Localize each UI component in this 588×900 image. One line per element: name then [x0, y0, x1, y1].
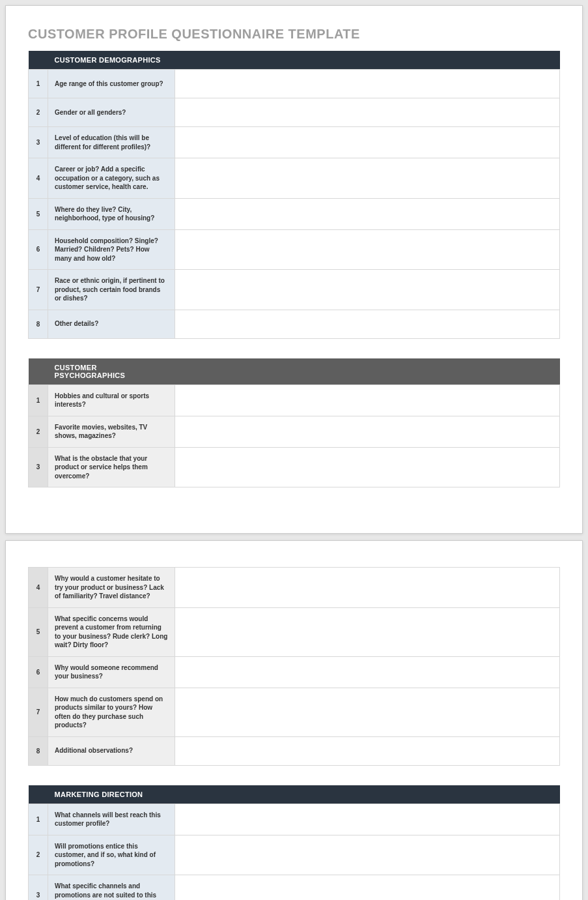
section-header-blank	[175, 785, 560, 804]
section-header-blank	[29, 51, 48, 70]
table-row: 1 Age range of this customer group?	[29, 70, 560, 98]
row-number: 7	[29, 688, 48, 736]
section-header-blank	[175, 51, 560, 70]
section-header: CUSTOMER PSYCHOGRAPHICS	[48, 358, 175, 385]
row-number: 3	[29, 447, 48, 487]
row-number: 3	[29, 127, 48, 158]
table-row: 8 Other details?	[29, 310, 560, 338]
answer-cell[interactable]	[175, 127, 560, 158]
section-header: MARKETING DIRECTION	[48, 785, 175, 804]
question-text: What channels will best reach this custo…	[48, 804, 175, 835]
question-text: Gender or all genders?	[48, 98, 175, 127]
answer-cell[interactable]	[175, 270, 560, 310]
row-number: 6	[29, 229, 48, 270]
row-number: 4	[29, 158, 48, 199]
section-psychographics-part2: 4 Why would a customer hesitate to try y…	[28, 567, 560, 766]
question-text: Household composition? Single? Married? …	[48, 229, 175, 270]
table-row: 5 What specific concerns would prevent a…	[29, 607, 560, 656]
table-row: 6 Why would someone recommend your busin…	[29, 656, 560, 688]
row-number: 4	[29, 568, 48, 608]
question-text: Why would a customer hesitate to try you…	[48, 568, 175, 608]
table-row: 7 How much do customers spend on product…	[29, 688, 560, 736]
section-psychographics-part1: CUSTOMER PSYCHOGRAPHICS 1 Hobbies and cu…	[28, 358, 560, 488]
document-title: CUSTOMER PROFILE QUESTIONNAIRE TEMPLATE	[28, 27, 560, 42]
section-header-blank	[29, 358, 48, 385]
row-number: 5	[29, 607, 48, 656]
row-number: 2	[29, 416, 48, 447]
table-row: 6 Household composition? Single? Married…	[29, 229, 560, 270]
question-text: Why would someone recommend your busines…	[48, 656, 175, 688]
row-number: 8	[29, 310, 48, 338]
question-text: Level of education (this will be differe…	[48, 127, 175, 158]
section-header: CUSTOMER DEMOGRAPHICS	[48, 51, 175, 70]
table-row: 4 Career or job? Add a specific occupati…	[29, 158, 560, 199]
answer-cell[interactable]	[175, 198, 560, 229]
question-text: Favorite movies, websites, TV shows, mag…	[48, 416, 175, 447]
section-header-blank	[29, 785, 48, 804]
question-text: What is the obstacle that your product o…	[48, 447, 175, 487]
question-text: How much do customers spend on products …	[48, 688, 175, 736]
section-demographics: CUSTOMER DEMOGRAPHICS 1 Age range of thi…	[28, 51, 560, 339]
answer-cell[interactable]	[175, 416, 560, 447]
question-text: Hobbies and cultural or sports interests…	[48, 385, 175, 416]
table-row: 2 Will promotions entice this customer, …	[29, 835, 560, 875]
answer-cell[interactable]	[175, 229, 560, 270]
table-row: 1 Hobbies and cultural or sports interes…	[29, 385, 560, 416]
table-row: 5 Where do they live? City, neighborhood…	[29, 198, 560, 229]
answer-cell[interactable]	[175, 804, 560, 835]
row-number: 2	[29, 835, 48, 875]
question-text: Where do they live? City, neighborhood, …	[48, 198, 175, 229]
question-text: What specific concerns would prevent a c…	[48, 607, 175, 656]
table-row: 4 Why would a customer hesitate to try y…	[29, 568, 560, 608]
row-number: 1	[29, 804, 48, 835]
row-number: 1	[29, 70, 48, 98]
answer-cell[interactable]	[175, 98, 560, 127]
question-text: Will promotions entice this customer, an…	[48, 835, 175, 875]
row-number: 5	[29, 198, 48, 229]
section-header-blank	[175, 358, 560, 385]
table-row: 3 Level of education (this will be diffe…	[29, 127, 560, 158]
question-text: Other details?	[48, 310, 175, 338]
answer-cell[interactable]	[175, 158, 560, 199]
section-marketing: MARKETING DIRECTION 1 What channels will…	[28, 785, 560, 901]
question-text: Additional observations?	[48, 736, 175, 765]
answer-cell[interactable]	[175, 688, 560, 736]
document-page-2: 4 Why would a customer hesitate to try y…	[5, 540, 583, 900]
question-text: Career or job? Add a specific occupation…	[48, 158, 175, 199]
answer-cell[interactable]	[175, 736, 560, 765]
answer-cell[interactable]	[175, 875, 560, 901]
row-number: 8	[29, 736, 48, 765]
row-number: 2	[29, 98, 48, 127]
question-text: What specific channels and promotions ar…	[48, 875, 175, 901]
answer-cell[interactable]	[175, 310, 560, 338]
answer-cell[interactable]	[175, 607, 560, 656]
answer-cell[interactable]	[175, 385, 560, 416]
table-row: 2 Gender or all genders?	[29, 98, 560, 127]
answer-cell[interactable]	[175, 656, 560, 688]
answer-cell[interactable]	[175, 835, 560, 875]
row-number: 3	[29, 875, 48, 901]
row-number: 7	[29, 270, 48, 310]
row-number: 6	[29, 656, 48, 688]
document-page-1: CUSTOMER PROFILE QUESTIONNAIRE TEMPLATE …	[5, 5, 583, 534]
answer-cell[interactable]	[175, 447, 560, 487]
table-row: 7 Race or ethnic origin, if pertinent to…	[29, 270, 560, 310]
question-text: Age range of this customer group?	[48, 70, 175, 98]
row-number: 1	[29, 385, 48, 416]
table-row: 3 What is the obstacle that your product…	[29, 447, 560, 487]
table-row: 3 What specific channels and promotions …	[29, 875, 560, 901]
table-row: 8 Additional observations?	[29, 736, 560, 765]
answer-cell[interactable]	[175, 70, 560, 98]
table-row: 2 Favorite movies, websites, TV shows, m…	[29, 416, 560, 447]
table-row: 1 What channels will best reach this cus…	[29, 804, 560, 835]
answer-cell[interactable]	[175, 568, 560, 608]
question-text: Race or ethnic origin, if pertinent to p…	[48, 270, 175, 310]
